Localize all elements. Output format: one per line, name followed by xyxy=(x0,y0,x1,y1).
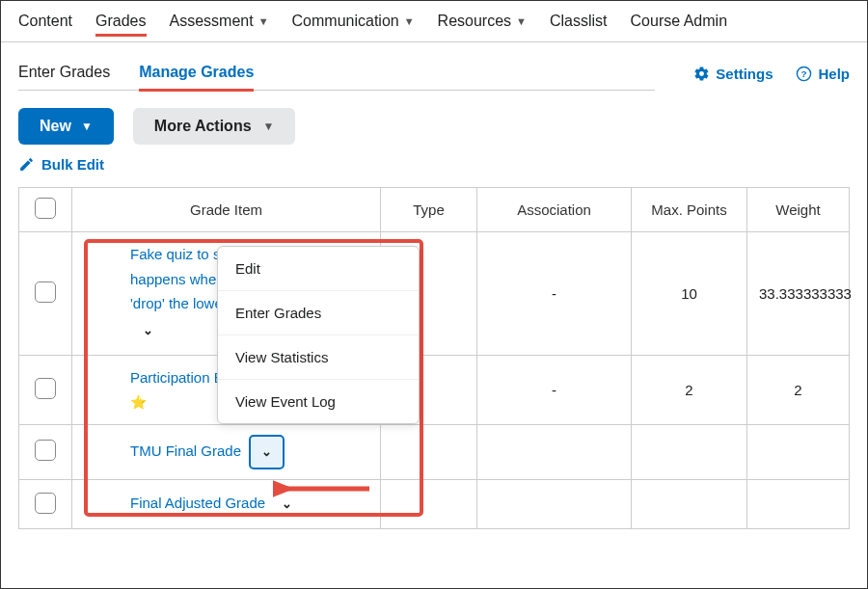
select-all-checkbox[interactable] xyxy=(35,198,56,219)
more-actions-button[interactable]: More Actions▼ xyxy=(133,108,296,145)
header-max-points: Max. Points xyxy=(632,188,747,232)
item-context-menu[interactable]: ⌄ xyxy=(134,316,162,345)
tab-manage-grades[interactable]: Manage Grades xyxy=(139,56,254,92)
bonus-star-icon: ⭐ xyxy=(130,394,147,410)
cell-association: - xyxy=(477,232,632,356)
cell-max-points: 2 xyxy=(632,355,747,424)
chevron-down-icon: ▼ xyxy=(263,120,275,133)
nav-grades[interactable]: Grades xyxy=(95,9,146,37)
help-link[interactable]: ? Help xyxy=(796,66,850,82)
chevron-down-icon: ▼ xyxy=(404,15,415,27)
more-actions-label: More Actions xyxy=(154,118,252,135)
nav-assessment[interactable]: Assessment▼ xyxy=(170,9,269,34)
new-button-label: New xyxy=(40,118,71,135)
menu-view-statistics[interactable]: View Statistics xyxy=(218,335,419,380)
nav-course-admin[interactable]: Course Admin xyxy=(631,9,728,34)
grades-table: Grade Item Type Association Max. Points … xyxy=(18,187,850,529)
bulk-edit-label: Bulk Edit xyxy=(41,156,104,173)
top-nav: Content Grades Assessment▼ Communication… xyxy=(1,1,867,42)
cell-max-points: 10 xyxy=(632,232,747,356)
nav-content[interactable]: Content xyxy=(18,9,72,34)
header-association: Association xyxy=(477,188,632,232)
cell-weight: 2 xyxy=(747,355,850,424)
cell-type xyxy=(381,424,477,479)
table-row: Fake quiz to see whathappens when you'dr… xyxy=(19,232,850,356)
table-row: TMU Final Grade ⌄ xyxy=(19,424,850,479)
cell-weight xyxy=(747,424,850,479)
header-weight: Weight xyxy=(747,188,850,232)
svg-text:?: ? xyxy=(801,68,807,79)
settings-label: Settings xyxy=(716,66,773,82)
pencil-icon xyxy=(18,156,35,173)
row-checkbox[interactable] xyxy=(35,493,56,514)
actions-row: New▼ More Actions▼ xyxy=(1,91,867,156)
item-context-menu[interactable]: ⌄ xyxy=(273,490,301,519)
nav-resources-label: Resources xyxy=(438,13,511,30)
cell-weight: 33.333333333 xyxy=(747,232,850,356)
context-menu-dropdown: Edit Enter Grades View Statistics View E… xyxy=(217,246,420,424)
toolbar-links: Settings ? Help xyxy=(693,66,850,82)
nav-assessment-label: Assessment xyxy=(170,13,254,30)
cell-weight xyxy=(747,479,850,528)
cell-association xyxy=(477,424,632,479)
sub-header: Enter Grades Manage Grades Settings ? He… xyxy=(1,42,867,91)
new-button[interactable]: New▼ xyxy=(18,108,114,145)
grade-item-link[interactable]: TMU Final Grade xyxy=(130,442,241,459)
tab-enter-grades[interactable]: Enter Grades xyxy=(18,56,110,90)
cell-max-points xyxy=(632,424,747,479)
menu-edit[interactable]: Edit xyxy=(218,247,419,291)
nav-communication[interactable]: Communication▼ xyxy=(292,9,415,34)
grade-item-link[interactable]: Final Adjusted Grade xyxy=(130,495,265,511)
nav-communication-label: Communication xyxy=(292,13,399,30)
row-checkbox[interactable] xyxy=(35,281,56,303)
cell-type xyxy=(381,479,477,528)
menu-enter-grades[interactable]: Enter Grades xyxy=(218,291,419,335)
cell-association xyxy=(477,479,632,528)
chevron-down-icon: ▼ xyxy=(81,120,93,133)
cell-max-points xyxy=(632,479,747,528)
nav-classlist[interactable]: Classlist xyxy=(550,9,608,34)
bulk-edit-link[interactable]: Bulk Edit xyxy=(18,156,104,173)
table-row: Participation Bonus ⭐ - 2 2 xyxy=(19,355,850,424)
nav-resources[interactable]: Resources▼ xyxy=(438,9,527,34)
table-row: Final Adjusted Grade ⌄ xyxy=(19,479,850,528)
sub-tabs: Enter Grades Manage Grades xyxy=(18,56,655,91)
row-checkbox[interactable] xyxy=(35,440,56,461)
header-grade-item: Grade Item xyxy=(72,188,381,232)
grades-table-wrap: Grade Item Type Association Max. Points … xyxy=(1,187,867,529)
item-context-menu[interactable]: ⌄ xyxy=(249,435,285,469)
bulk-edit-row: Bulk Edit xyxy=(1,156,867,187)
header-type: Type xyxy=(381,188,477,232)
chevron-down-icon: ▼ xyxy=(516,15,527,27)
cell-association: - xyxy=(477,355,632,424)
settings-link[interactable]: Settings xyxy=(693,66,773,82)
chevron-down-icon: ▼ xyxy=(258,15,269,27)
help-label: Help xyxy=(818,66,850,82)
gear-icon xyxy=(693,66,710,82)
row-checkbox[interactable] xyxy=(35,378,56,399)
help-icon: ? xyxy=(796,66,812,82)
menu-view-event-log[interactable]: View Event Log xyxy=(218,380,419,423)
